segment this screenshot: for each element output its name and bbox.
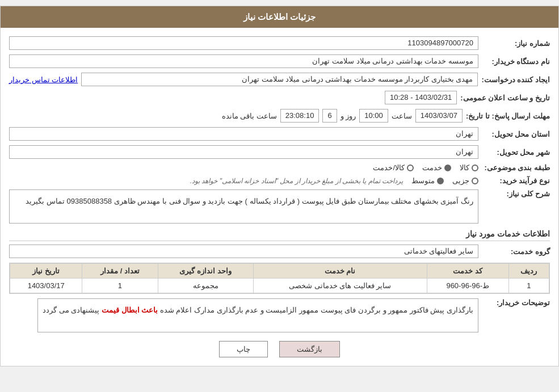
col-header-date: تاریخ نیاز [10, 264, 82, 279]
province-value: تهران [9, 127, 478, 141]
page-wrapper: جزئیات اطلاعات نیاز شماره نیاز: 11030948… [0, 6, 559, 366]
category-option-kala[interactable]: کالا [460, 163, 478, 172]
process-jozei-label: جزیی [452, 176, 469, 185]
col-header-unit: واحد اندازه گیری [158, 264, 253, 279]
announce-date-row: تاریخ و ساعت اعلان عمومی: 1403/02/31 - 1… [9, 91, 550, 104]
creator-row: ایجاد کننده درخواست: مهدی بختیاری کاربرد… [9, 73, 550, 86]
table-header-row: ردیف کد خدمت نام خدمت واحد اندازه گیری ت… [10, 264, 549, 279]
org-name-label: نام دستگاه خریدار: [482, 57, 550, 66]
category-label: طبقه بندی موضوعی: [482, 163, 550, 172]
process-option-jozei[interactable]: جزیی [452, 176, 478, 185]
process-row: نوع فرآیند خرید: جزیی متوسط پرداخت تمام … [9, 176, 550, 185]
process-label: نوع فرآیند خرید: [482, 176, 550, 185]
buyer-notes-part2: پیشنهادی می گردد [43, 306, 99, 314]
radio-kala-khedmat-icon [407, 165, 414, 171]
radio-jozei-icon [472, 178, 478, 184]
send-date-row: مهلت ارسال پاسخ: تا تاریخ: 1403/03/07 سا… [9, 109, 550, 123]
city-row: شهر محل تحویل: تهران [9, 145, 550, 159]
send-date-label: مهلت ارسال پاسخ: تا تاریخ: [466, 112, 550, 120]
creator-label: ایجاد کننده درخواست: [481, 75, 550, 84]
request-number-row: شماره نیاز: 1103094897000720 [9, 36, 550, 50]
service-group-label: گروه خدمت: [482, 247, 550, 256]
description-row: شرح کلی نیاز: رنگ آمیزی بخشهای مختلف بیم… [9, 189, 550, 224]
send-remaining-label: ساعت باقی مانده [222, 112, 277, 120]
services-table-container: ردیف کد خدمت نام خدمت واحد اندازه گیری ت… [9, 263, 550, 294]
send-remaining-value: 23:08:10 [280, 109, 320, 123]
table-row: 1 ط-96-96-960 سایر فعالیت های خدماتی شخص… [10, 279, 549, 293]
col-header-count: تعداد / مقدار [82, 264, 158, 279]
cell-name-0: سایر فعالیت های خدماتی شخصی [253, 279, 427, 293]
content-area: شماره نیاز: 1103094897000720 نام دستگاه … [1, 28, 558, 366]
buyer-notes-label: توضیحات خریدار: [482, 298, 550, 307]
announce-date-label: تاریخ و ساعت اعلان عمومی: [460, 94, 550, 102]
province-label: استان محل تحویل: [482, 130, 550, 138]
category-option-khedmat[interactable]: خدمت [422, 163, 451, 172]
send-time-value: 10:00 [359, 109, 388, 123]
col-header-code: کد خدمت [427, 264, 508, 279]
services-table: ردیف کد خدمت نام خدمت واحد اندازه گیری ت… [10, 263, 549, 293]
process-radio-group: جزیی متوسط پرداخت تمام یا بخشی از مبلغ خ… [9, 176, 478, 185]
col-header-row: ردیف [508, 264, 549, 279]
category-option-kala-khedmat[interactable]: کالا/خدمت [373, 163, 414, 172]
category-row: طبقه بندی موضوعی: کالا خدمت کالا/خدمت [9, 163, 550, 172]
radio-kala-icon [472, 165, 478, 171]
services-section-title: اطلاعات خدمات مورد نیاز [9, 229, 550, 241]
send-date-value: 1403/03/07 [415, 109, 463, 123]
request-number-label: شماره نیاز: [482, 39, 550, 48]
announce-date-value: 1403/02/31 - 10:28 [385, 91, 457, 104]
cell-count-0: 1 [82, 279, 158, 293]
category-kala-khedmat-label: کالا/خدمت [373, 163, 405, 172]
city-value: تهران [9, 145, 478, 159]
service-group-row: گروه خدمت: سایر فعالیتهای خدماتی [9, 245, 550, 258]
send-days-value: 6 [322, 109, 337, 123]
city-label: شهر محل تحویل: [482, 148, 550, 157]
cell-date-0: 1403/03/17 [10, 279, 82, 293]
cell-code-0: ط-96-96-960 [427, 279, 508, 293]
org-name-row: نام دستگاه خریدار: موسسه خدمات بهداشتی د… [9, 54, 550, 68]
province-row: استان محل تحویل: تهران [9, 127, 550, 141]
service-group-value: سایر فعالیتهای خدماتی [9, 245, 478, 258]
process-option-motavasset[interactable]: متوسط [411, 176, 444, 185]
process-note: پرداخت تمام یا بخشی از مبلغ خریدار از مح… [190, 177, 403, 185]
cell-unit-0: مجموعه [158, 279, 253, 293]
category-khedmat-label: خدمت [422, 163, 442, 172]
buyer-notes-row: توضیحات خریدار: بارگذاری پیش فاکتور ممهو… [9, 298, 550, 332]
creator-link[interactable]: اطلاعات تماس خریدار [9, 75, 78, 84]
buyer-notes-part1: بارگذاری پیش فاکتور ممهور و برگردن فای پ… [160, 306, 473, 314]
radio-khedmat-icon [444, 165, 451, 171]
page-header: جزئیات اطلاعات نیاز [1, 6, 558, 28]
col-header-name: نام خدمت [253, 264, 427, 279]
send-days-label: روز و [341, 112, 356, 120]
description-label: شرح کلی نیاز: [482, 189, 550, 198]
buyer-notes-highlight: باعث ابطال قیمت [102, 306, 158, 314]
creator-value: مهدی بختیاری کاربردار موسسه خدمات بهداشت… [81, 73, 478, 86]
print-button[interactable]: چاپ [219, 341, 268, 357]
buyer-notes-value: بارگذاری پیش فاکتور ممهور و برگردن فای پ… [37, 298, 478, 332]
category-radio-group: کالا خدمت کالا/خدمت [9, 163, 478, 172]
back-button[interactable]: بازگشت [279, 341, 340, 357]
send-time-label: ساعت [392, 112, 412, 120]
page-title: جزئیات اطلاعات نیاز [243, 12, 316, 22]
cell-row-0: 1 [508, 279, 549, 293]
request-number-value: 1103094897000720 [9, 36, 478, 50]
org-name-value: موسسه خدمات بهداشتی درمانی میلاد سلامت ت… [9, 54, 478, 68]
radio-motavasset-icon [437, 178, 444, 184]
process-motavasset-label: متوسط [411, 176, 435, 185]
description-value: رنگ آمیزی بخشهای مختلف بیمارستان طبق فای… [9, 189, 478, 224]
buttons-row: بازگشت چاپ [9, 341, 550, 357]
category-kala-label: کالا [460, 163, 469, 172]
